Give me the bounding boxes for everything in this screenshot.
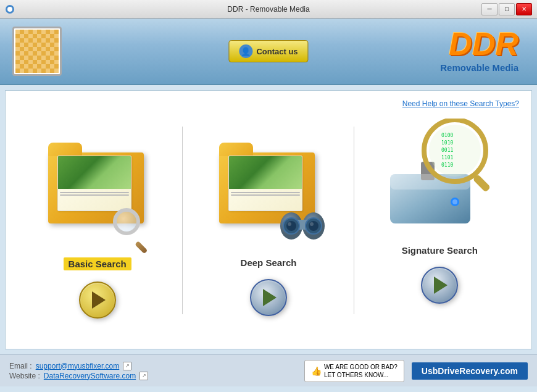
feedback-button[interactable]: 👍 WE ARE GOOD OR BAD?LET OTHERS KNOW... bbox=[304, 360, 404, 382]
app-header: 👤 Contact us DDR Removable Media bbox=[0, 19, 537, 85]
footer-links: Email : support@myusbfixer.com ↗ Website… bbox=[9, 361, 148, 382]
folder-tab-deep bbox=[219, 143, 253, 156]
title-bar-left bbox=[5, 4, 15, 14]
contact-label: Contact us bbox=[256, 47, 298, 56]
paper-lines bbox=[58, 189, 131, 199]
title-bar-controls: ─ □ ✕ bbox=[481, 3, 532, 15]
app-icon bbox=[5, 4, 15, 14]
deep-search-icon-container bbox=[207, 115, 330, 251]
feedback-icon: 👍 bbox=[311, 366, 322, 376]
basic-search-icon-container bbox=[36, 115, 159, 251]
paper-line bbox=[60, 192, 129, 193]
paper-image-deep bbox=[229, 156, 302, 189]
paper-line bbox=[231, 194, 300, 196]
paper-image bbox=[58, 156, 131, 189]
contact-icon: 👤 bbox=[239, 44, 252, 58]
deep-search-label: Deep Search bbox=[241, 257, 297, 268]
svg-point-1 bbox=[7, 7, 12, 12]
svg-text:1101: 1101 bbox=[441, 155, 453, 161]
svg-text:0110: 0110 bbox=[441, 162, 453, 168]
basic-search-option: Basic Search bbox=[12, 103, 183, 338]
svg-point-7 bbox=[286, 221, 296, 231]
main-content: Need Help on these Search Types? bbox=[5, 90, 532, 349]
play-button-bg-deep bbox=[250, 279, 287, 316]
paper-line bbox=[231, 192, 300, 193]
basic-search-play-button[interactable] bbox=[79, 281, 116, 319]
play-triangle-icon bbox=[92, 291, 106, 309]
minimize-button[interactable]: ─ bbox=[481, 3, 497, 15]
logo-checker-pattern bbox=[15, 30, 59, 73]
deep-search-play-button[interactable] bbox=[250, 279, 287, 316]
website-link[interactable]: DataRecoverySoftware.com bbox=[44, 372, 136, 380]
svg-text:1010: 1010 bbox=[441, 140, 453, 146]
email-row: Email : support@myusbfixer.com ↗ bbox=[9, 362, 148, 370]
play-triangle-icon-sig bbox=[434, 277, 448, 294]
signature-search-label: Signature Search bbox=[402, 245, 478, 256]
website-label: Website : bbox=[9, 372, 40, 380]
svg-point-15 bbox=[452, 199, 457, 204]
magnifier-icon bbox=[113, 208, 150, 245]
maximize-button[interactable]: □ bbox=[499, 3, 515, 15]
signature-search-svg: 0100 1010 0011 1101 0110 bbox=[375, 119, 504, 236]
email-link[interactable]: support@myusbfixer.com bbox=[36, 362, 120, 370]
svg-point-9 bbox=[288, 222, 291, 226]
play-button-bg-sig bbox=[421, 267, 458, 304]
svg-rect-23 bbox=[473, 174, 491, 193]
svg-point-10 bbox=[310, 222, 314, 226]
paper-line bbox=[60, 194, 129, 196]
signature-search-option: 0100 1010 0011 1101 0110 bbox=[354, 103, 525, 338]
brand-name: DDR bbox=[440, 28, 518, 60]
svg-text:0011: 0011 bbox=[441, 148, 453, 153]
basic-search-label: Basic Search bbox=[64, 257, 131, 270]
deep-search-option: Deep Search bbox=[183, 103, 354, 338]
close-button[interactable]: ✕ bbox=[516, 3, 532, 15]
feedback-label: WE ARE GOOD OR BAD?LET OTHERS KNOW... bbox=[324, 363, 398, 379]
brand-area: DDR Removable Media bbox=[440, 28, 518, 73]
brand-subtitle: Removable Media bbox=[440, 62, 518, 73]
play-triangle-icon-deep bbox=[263, 289, 277, 306]
play-button-bg bbox=[79, 281, 116, 319]
title-bar: DDR - Removable Media ─ □ ✕ bbox=[0, 0, 537, 19]
search-options-container: Basic Search bbox=[12, 103, 525, 338]
binoculars-icon bbox=[278, 202, 327, 245]
svg-text:0100: 0100 bbox=[441, 133, 453, 138]
folder-tab bbox=[48, 143, 82, 156]
paper-doc bbox=[57, 156, 131, 211]
signature-search-play-button[interactable] bbox=[421, 267, 458, 304]
external-link-icon-2: ↗ bbox=[139, 372, 148, 380]
external-link-icon: ↗ bbox=[123, 362, 131, 370]
binoculars-svg bbox=[278, 202, 327, 243]
window-title: DDR - Removable Media bbox=[227, 5, 309, 14]
signature-search-icon-container: 0100 1010 0011 1101 0110 bbox=[372, 115, 507, 239]
footer: Email : support@myusbfixer.com ↗ Website… bbox=[0, 354, 537, 386]
logo-box bbox=[12, 27, 62, 76]
svg-point-8 bbox=[309, 221, 318, 231]
email-label: Email : bbox=[9, 362, 32, 370]
usb-drive-badge[interactable]: UsbDriveRecovery.com bbox=[412, 362, 528, 380]
magnifier-handle bbox=[135, 241, 148, 254]
svg-point-17 bbox=[429, 125, 481, 177]
folder-papers bbox=[57, 156, 131, 211]
paper-lines-deep bbox=[229, 189, 302, 199]
magnifier-lens bbox=[113, 208, 140, 235]
website-row: Website : DataRecoverySoftware.com ↗ bbox=[9, 372, 148, 380]
contact-button[interactable]: 👤 Contact us bbox=[228, 40, 308, 62]
